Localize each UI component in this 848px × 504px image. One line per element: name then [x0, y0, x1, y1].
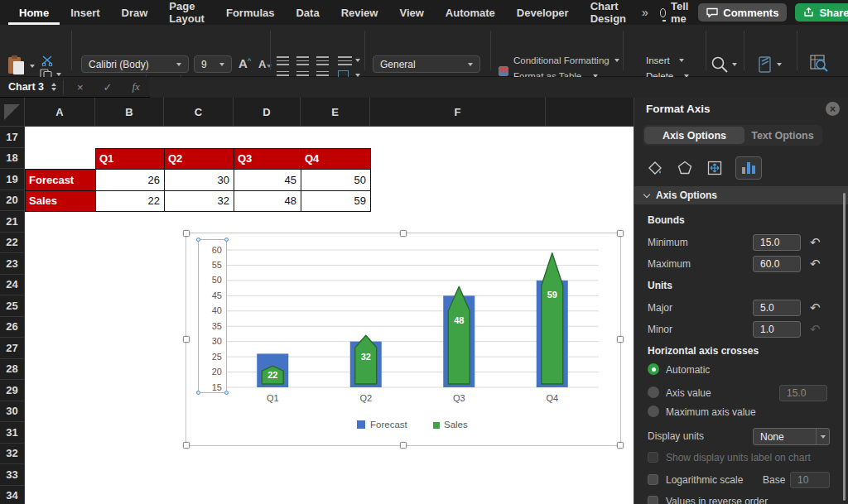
table-cell-E20[interactable]: 59 [301, 190, 371, 213]
row-header-21[interactable]: 21 [0, 211, 25, 233]
menu-draw[interactable]: Draw [111, 0, 159, 25]
table-cell-C18[interactable]: Q2 [164, 148, 234, 170]
panel-close-button[interactable]: × [826, 102, 840, 116]
menu-developer[interactable]: Developer [506, 0, 580, 25]
logarithmic-scale-checkbox[interactable] [648, 474, 658, 485]
row-header-17[interactable]: 17 [0, 127, 25, 148]
table-cell-B20[interactable]: 22 [95, 190, 165, 213]
number-format-select[interactable]: General [373, 55, 480, 73]
chart-resize-handle[interactable] [617, 230, 624, 237]
reset-minor-icon[interactable]: ↶ [810, 323, 821, 335]
menu-chart-design[interactable]: Chart Design [580, 0, 637, 25]
base-input[interactable] [790, 472, 830, 488]
chart-resize-handle[interactable] [617, 442, 624, 449]
table-cell-D19[interactable]: 45 [234, 169, 301, 191]
panel-scrollbar[interactable] [843, 193, 846, 501]
menu-formulas[interactable]: Formulas [215, 0, 286, 25]
sensitivity-chevron-icon[interactable] [777, 63, 782, 66]
column-header-C[interactable]: C [164, 98, 234, 127]
conditional-formatting-chevron-icon[interactable] [614, 59, 619, 62]
row-header-24[interactable]: 24 [0, 275, 25, 296]
align-bottom-icon[interactable] [316, 56, 329, 65]
cancel-button[interactable]: × [67, 81, 94, 94]
minor-input[interactable] [753, 321, 801, 338]
minimum-input[interactable] [753, 234, 801, 251]
editing-magnifier-icon[interactable] [711, 55, 729, 74]
table-cell-C19[interactable]: 30 [164, 169, 234, 191]
font-size-select[interactable]: 9 [194, 55, 232, 73]
menu-page-layout[interactable]: Page Layout [158, 0, 215, 25]
axis-options-icon[interactable] [735, 156, 762, 180]
effects-icon[interactable] [676, 159, 694, 177]
table-cell-E18[interactable]: Q4 [301, 148, 371, 170]
comments-button[interactable]: Comments [698, 3, 787, 22]
column-header-A[interactable]: A [25, 98, 95, 127]
increase-font-button[interactable]: A^ [238, 56, 252, 70]
row-header-32[interactable]: 32 [0, 444, 25, 465]
enter-button[interactable]: ✓ [94, 81, 123, 94]
row-header-33[interactable]: 33 [0, 464, 25, 486]
axis-handle-icon[interactable] [196, 391, 200, 395]
insert-cells-label[interactable]: Insert [646, 55, 670, 65]
chart-resize-handle[interactable] [183, 442, 190, 449]
row-header-25[interactable]: 25 [0, 295, 25, 317]
automatic-radio[interactable] [648, 363, 659, 375]
row-header-28[interactable]: 28 [0, 359, 25, 381]
formula-input[interactable] [150, 77, 848, 98]
menu-home[interactable]: Home [8, 0, 60, 25]
conditional-formatting-icon[interactable] [499, 66, 508, 76]
row-header-26[interactable]: 26 [0, 317, 25, 338]
align-middle-icon[interactable] [296, 56, 309, 65]
font-name-select[interactable]: Calibri (Body) [81, 55, 189, 73]
row-header-34[interactable]: 34 [0, 486, 25, 504]
conditional-formatting-label[interactable]: Conditional Formatting [513, 55, 610, 65]
display-units-dropdown[interactable]: None [753, 428, 830, 445]
show-units-label-checkbox[interactable] [648, 452, 658, 463]
reset-minimum-icon[interactable]: ↶ [810, 236, 821, 248]
table-cell-E19[interactable]: 50 [301, 169, 371, 191]
table-cell-A19[interactable]: Forecast [25, 169, 96, 191]
axis-handle-icon[interactable] [196, 238, 200, 242]
tell-me-button[interactable]: Tell me [653, 0, 698, 25]
chart-resize-handle[interactable] [400, 230, 407, 237]
column-header-E[interactable]: E [301, 98, 370, 127]
row-header-31[interactable]: 31 [0, 422, 25, 444]
row-header-20[interactable]: 20 [0, 190, 25, 212]
sensitivity-icon[interactable] [757, 55, 773, 74]
table-cell-A20[interactable]: Sales [25, 190, 96, 213]
axis-handle-icon[interactable] [224, 238, 229, 242]
analyse-data-icon[interactable] [810, 55, 828, 73]
row-header-22[interactable]: 22 [0, 233, 25, 254]
row-header-18[interactable]: 18 [0, 148, 25, 170]
axis-value-input[interactable] [779, 385, 827, 401]
axis-options-section-header[interactable]: Axis Options [634, 186, 848, 204]
size-properties-icon[interactable] [706, 159, 724, 177]
paste-button[interactable] [7, 55, 26, 79]
axis-value-radio[interactable] [648, 386, 659, 398]
column-header-F[interactable]: F [370, 98, 546, 127]
select-all-corner[interactable] [0, 98, 25, 127]
menu-review[interactable]: Review [330, 0, 389, 25]
tab-text-options[interactable]: Text Options [744, 127, 821, 144]
reset-major-icon[interactable]: ↶ [810, 301, 821, 314]
tab-axis-options[interactable]: Axis Options [644, 127, 744, 144]
table-cell-D18[interactable]: Q3 [234, 148, 301, 170]
row-header-19[interactable]: 19 [0, 169, 25, 190]
chart-resize-handle[interactable] [183, 230, 190, 237]
table-cell-C20[interactable]: 32 [164, 190, 234, 213]
column-header-G[interactable]: G [546, 98, 634, 127]
wrap-text-icon[interactable] [338, 56, 352, 65]
reverse-order-checkbox[interactable] [648, 496, 658, 504]
row-header-30[interactable]: 30 [0, 401, 25, 423]
menu-view[interactable]: View [388, 0, 434, 25]
fill-line-icon[interactable] [646, 159, 664, 177]
menu-insert[interactable]: Insert [60, 0, 110, 25]
menu-overflow-icon[interactable]: » [637, 0, 653, 25]
chart-resize-handle[interactable] [400, 442, 407, 449]
copy-chevron-icon[interactable] [56, 73, 61, 76]
embedded-chart[interactable]: 1520253035404550556022Q132Q248Q359Q4Fore… [186, 233, 621, 446]
name-box[interactable]: Chart 3 [0, 81, 48, 93]
column-header-D[interactable]: D [234, 98, 301, 127]
table-cell-B19[interactable]: 26 [95, 169, 165, 191]
row-header-23[interactable]: 23 [0, 253, 25, 275]
